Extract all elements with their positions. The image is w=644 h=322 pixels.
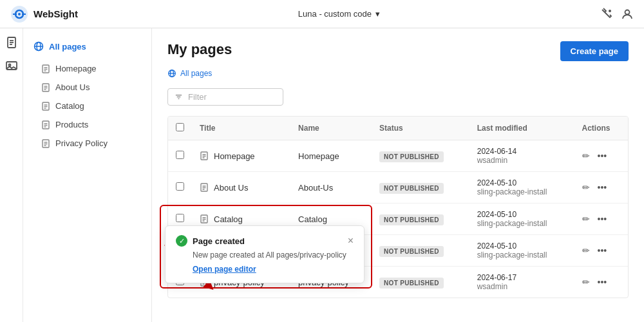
- websight-logo-icon: [10, 5, 28, 23]
- breadcrumb[interactable]: All pages: [167, 69, 629, 78]
- row-last-modified: 2024-05-10 sling-package-install: [469, 235, 574, 267]
- row-actions: ✏ •••: [574, 267, 628, 298]
- row-checkbox-cell: [168, 140, 192, 172]
- sidebar: All pages Homepage About Us Catalog Prod…: [23, 28, 152, 322]
- header-last-modified: Last modified: [469, 117, 574, 140]
- row-name: About-Us: [290, 172, 372, 204]
- row-last-modified: 2024-05-10 sling-package-install: [469, 172, 574, 204]
- table-header-row: Title Name Status Last modified Actions: [168, 117, 628, 140]
- account-icon[interactable]: [621, 8, 634, 21]
- row-status: NOT PUBLISHED: [372, 267, 469, 298]
- sidebar-item-label: About Us: [55, 82, 90, 92]
- row-page-icon: [200, 151, 209, 160]
- create-page-button[interactable]: Create page: [560, 41, 629, 61]
- table-row: About Us About-Us NOT PUBLISHED 2024-05-…: [168, 172, 628, 204]
- more-button[interactable]: •••: [598, 245, 607, 256]
- toast-header: ✓ Page created ×: [176, 235, 354, 247]
- row-checkbox[interactable]: [176, 182, 184, 191]
- sidebar-item-catalog[interactable]: Catalog: [23, 97, 151, 115]
- page-icon: [41, 120, 50, 129]
- brand: WebSight: [10, 5, 78, 23]
- row-status: NOT PUBLISHED: [372, 172, 469, 204]
- header-status: Status: [372, 117, 469, 140]
- svg-point-6: [625, 10, 629, 14]
- image-icon[interactable]: [5, 59, 18, 72]
- more-button[interactable]: •••: [598, 151, 607, 161]
- sidebar-item-label: Homepage: [55, 64, 97, 73]
- toast-check-icon: ✓: [176, 235, 187, 247]
- toast-close-button[interactable]: ×: [348, 236, 354, 246]
- icon-rail: [0, 28, 23, 322]
- sidebar-item-homepage[interactable]: Homepage: [23, 59, 151, 78]
- content-area: My pages Create page All pages Filter: [152, 28, 644, 322]
- row-last-modified: 2024-06-17 wsadmin: [469, 267, 574, 298]
- brand-name: WebSight: [33, 8, 78, 19]
- workspace-selector[interactable]: Luna - custom code ▾: [298, 9, 380, 19]
- tools-icon[interactable]: [600, 8, 613, 21]
- page-title: My pages: [167, 41, 232, 58]
- sidebar-all-pages[interactable]: All pages: [23, 36, 151, 57]
- header-checkbox-cell: [168, 117, 192, 140]
- header-name: Name: [290, 117, 372, 140]
- all-pages-label: All pages: [49, 42, 86, 52]
- row-actions: ✏ •••: [574, 235, 628, 267]
- select-all-checkbox[interactable]: [176, 123, 184, 131]
- svg-point-2: [18, 13, 21, 15]
- breadcrumb-label: All pages: [180, 69, 212, 78]
- row-title: Homepage: [214, 151, 255, 161]
- edit-button[interactable]: ✏: [582, 245, 590, 256]
- toast-body: New page created at All pages/privacy-po…: [176, 251, 354, 260]
- top-nav: WebSight Luna - custom code ▾: [0, 0, 644, 28]
- toast-open-editor-link[interactable]: Open page editor: [176, 265, 354, 274]
- more-button[interactable]: •••: [598, 214, 607, 224]
- row-name: Homepage: [290, 140, 372, 172]
- row-page-icon: [200, 214, 209, 223]
- globe-icon: [33, 41, 44, 52]
- more-button[interactable]: •••: [598, 277, 607, 287]
- sidebar-items: Homepage About Us Catalog Products Priva…: [23, 59, 151, 153]
- edit-button[interactable]: ✏: [582, 151, 590, 161]
- page-icon: [41, 83, 50, 92]
- pages-icon[interactable]: [5, 36, 18, 49]
- row-last-modified: 2024-05-10 sling-package-install: [469, 204, 574, 235]
- row-checkbox-cell: [168, 172, 192, 204]
- filter-bar: Filter: [167, 88, 629, 106]
- edit-button[interactable]: ✏: [582, 214, 590, 224]
- main-layout: All pages Homepage About Us Catalog Prod…: [0, 28, 644, 322]
- row-status: NOT PUBLISHED: [372, 204, 469, 235]
- edit-button[interactable]: ✏: [582, 182, 590, 193]
- row-title-cell: About Us: [192, 172, 290, 204]
- header-title: Title: [192, 117, 290, 140]
- row-title: Catalog: [214, 214, 243, 224]
- toast-title-row: ✓ Page created: [176, 235, 245, 247]
- nav-right: [600, 8, 634, 21]
- row-actions: ✏ •••: [574, 140, 628, 172]
- sidebar-item-about[interactable]: About Us: [23, 78, 151, 97]
- toast-title: Page created: [193, 236, 245, 246]
- row-page-icon: [200, 183, 209, 192]
- page-icon: [41, 102, 50, 111]
- sidebar-item-privacy[interactable]: Privacy Policy: [23, 134, 151, 153]
- header-actions: Actions: [574, 117, 628, 140]
- row-title-cell: Homepage: [192, 140, 290, 172]
- workspace-dropdown-icon: ▾: [375, 9, 380, 19]
- row-last-modified: 2024-06-14 wsadmin: [469, 140, 574, 172]
- row-status: NOT PUBLISHED: [372, 140, 469, 172]
- sidebar-item-products[interactable]: Products: [23, 115, 151, 134]
- page-icon: [41, 64, 50, 73]
- row-actions: ✏ •••: [574, 204, 628, 235]
- row-actions: ✏ •••: [574, 172, 628, 204]
- sidebar-item-label: Catalog: [55, 101, 84, 111]
- edit-button[interactable]: ✏: [582, 277, 590, 287]
- sidebar-item-label: Products: [55, 120, 88, 129]
- more-button[interactable]: •••: [598, 182, 607, 193]
- globe-small-icon: [167, 69, 176, 78]
- row-title: About Us: [214, 183, 248, 193]
- row-checkbox[interactable]: [176, 151, 184, 159]
- page-icon: [41, 139, 50, 148]
- svg-point-5: [609, 10, 611, 12]
- toast-notification: ✓ Page created × New page created at All…: [165, 225, 365, 283]
- filter-input-wrapper[interactable]: Filter: [167, 88, 283, 106]
- row-checkbox[interactable]: [176, 214, 184, 222]
- table-row: Homepage Homepage NOT PUBLISHED 2024-06-…: [168, 140, 628, 172]
